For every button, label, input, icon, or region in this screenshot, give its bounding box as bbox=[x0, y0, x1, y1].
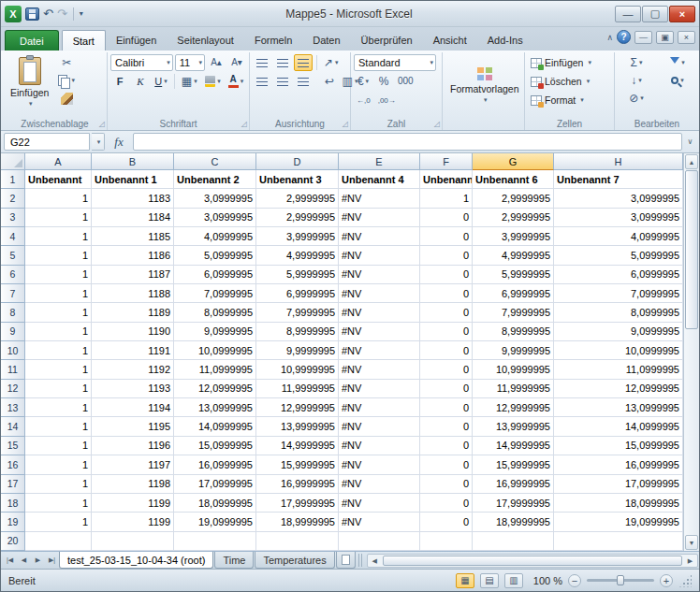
vertical-scrollbar[interactable]: ▲ ▼ bbox=[683, 153, 699, 551]
cell-G16[interactable]: 15,9999995 bbox=[473, 455, 554, 474]
cell-A13[interactable]: 1 bbox=[25, 398, 92, 417]
cell-H10[interactable]: 10,0999995 bbox=[554, 341, 683, 360]
decrease-decimal-button[interactable]: ,00→ bbox=[375, 92, 399, 108]
tab-einfuegen[interactable]: Einfügen bbox=[106, 30, 167, 51]
cell-B7[interactable]: 1188 bbox=[92, 284, 174, 303]
cell-F3[interactable]: 0 bbox=[420, 209, 473, 227]
cell-H13[interactable]: 13,0999995 bbox=[554, 398, 683, 417]
font-name-combo[interactable]: Calibri▾ bbox=[110, 54, 173, 71]
cell-D14[interactable]: 13,9999995 bbox=[256, 417, 339, 436]
copy-button[interactable]: ▾ bbox=[55, 72, 78, 89]
cell-B1[interactable]: Unbenannt 1 bbox=[92, 170, 174, 189]
format-painter-button[interactable] bbox=[55, 90, 78, 107]
zoom-slider[interactable] bbox=[587, 579, 654, 582]
row-header-1[interactable]: 1 bbox=[1, 170, 25, 189]
font-dialog-launcher[interactable]: ◿ bbox=[241, 121, 247, 128]
column-header-B[interactable]: B bbox=[92, 153, 174, 170]
percent-format-button[interactable]: % bbox=[374, 73, 393, 90]
cell-B5[interactable]: 1186 bbox=[92, 246, 174, 265]
workbook-close-button[interactable]: × bbox=[678, 31, 695, 44]
horizontal-scroll-thumb[interactable] bbox=[383, 556, 682, 566]
cell-C7[interactable]: 7,0999995 bbox=[174, 284, 256, 303]
cell-G7[interactable]: 6,9999995 bbox=[473, 284, 554, 303]
cell-D15[interactable]: 14,9999995 bbox=[256, 437, 339, 455]
wrap-text-button[interactable]: ↩ bbox=[320, 73, 339, 90]
cell-D12[interactable]: 11,9999995 bbox=[256, 380, 339, 398]
align-center-button[interactable] bbox=[273, 73, 292, 90]
cell-F11[interactable]: 0 bbox=[420, 360, 473, 379]
undo-button[interactable]: ↶ bbox=[43, 7, 53, 20]
alignment-dialog-launcher[interactable]: ◿ bbox=[343, 121, 348, 128]
cell-G4[interactable]: 3,9999995 bbox=[473, 227, 554, 246]
cell-G17[interactable]: 16,9999995 bbox=[473, 475, 554, 494]
cell-E9[interactable]: #NV bbox=[339, 323, 420, 341]
fill-button[interactable]: ↓▾ bbox=[618, 72, 655, 89]
column-header-D[interactable]: D bbox=[256, 153, 339, 170]
increase-decimal-button[interactable]: ←,0 bbox=[354, 92, 373, 108]
tab-addins[interactable]: Add-Ins bbox=[477, 30, 533, 51]
tab-daten[interactable]: Daten bbox=[302, 30, 350, 51]
cell-E13[interactable]: #NV bbox=[339, 398, 420, 417]
cell-F16[interactable]: 0 bbox=[420, 455, 473, 474]
cell-E20[interactable] bbox=[339, 532, 420, 551]
cell-B17[interactable]: 1198 bbox=[92, 475, 174, 494]
zoom-level[interactable]: 100 % bbox=[529, 575, 562, 586]
cell-H12[interactable]: 12,0999995 bbox=[554, 380, 683, 398]
next-sheet-button[interactable]: ▶ bbox=[31, 552, 45, 569]
cell-C12[interactable]: 12,0999995 bbox=[174, 380, 256, 398]
cell-E5[interactable]: #NV bbox=[339, 246, 420, 265]
cell-G15[interactable]: 14,9999995 bbox=[473, 437, 554, 455]
column-header-A[interactable]: A bbox=[25, 153, 92, 170]
cell-D17[interactable]: 16,9999995 bbox=[256, 475, 339, 494]
thousands-format-button[interactable]: 000 bbox=[395, 73, 416, 90]
paste-button[interactable]: Einfügen ▾ bbox=[6, 54, 53, 110]
cell-G10[interactable]: 9,9999995 bbox=[473, 341, 554, 360]
cell-G2[interactable]: 2,9999995 bbox=[473, 189, 554, 208]
cell-C14[interactable]: 14,0999995 bbox=[174, 417, 256, 436]
cell-G19[interactable]: 18,9999995 bbox=[473, 513, 554, 531]
row-header-2[interactable]: 2 bbox=[1, 189, 25, 208]
row-header-4[interactable]: 4 bbox=[1, 227, 25, 246]
row-header-20[interactable]: 20 bbox=[1, 532, 25, 551]
cell-B14[interactable]: 1195 bbox=[92, 417, 174, 436]
cell-F2[interactable]: 1 bbox=[420, 189, 473, 208]
insert-cells-button[interactable]: Einfügen▾ bbox=[528, 54, 611, 71]
cell-H3[interactable]: 3,0999995 bbox=[554, 209, 683, 227]
cell-F12[interactable]: 0 bbox=[420, 380, 473, 398]
shrink-font-button[interactable]: A▾ bbox=[227, 54, 246, 71]
row-header-14[interactable]: 14 bbox=[1, 417, 25, 436]
cell-F20[interactable] bbox=[420, 532, 473, 551]
cell-H19[interactable]: 19,0999995 bbox=[554, 513, 683, 531]
file-tab[interactable]: Datei bbox=[5, 30, 59, 51]
cell-G8[interactable]: 7,9999995 bbox=[473, 303, 554, 322]
font-color-button[interactable]: A▾ bbox=[226, 73, 246, 90]
row-header-11[interactable]: 11 bbox=[1, 360, 25, 379]
align-right-button[interactable] bbox=[294, 73, 313, 90]
column-header-F[interactable]: F bbox=[420, 153, 473, 170]
cell-H18[interactable]: 18,0999995 bbox=[554, 494, 683, 513]
tab-formeln[interactable]: Formeln bbox=[244, 30, 302, 51]
cell-G9[interactable]: 8,9999995 bbox=[473, 323, 554, 341]
cell-G12[interactable]: 11,9999995 bbox=[473, 380, 554, 398]
cell-D8[interactable]: 7,9999995 bbox=[256, 303, 339, 322]
expand-formula-bar-icon[interactable]: ∨ bbox=[684, 137, 696, 146]
number-dialog-launcher[interactable]: ◿ bbox=[434, 121, 440, 128]
cell-G20[interactable] bbox=[473, 532, 554, 551]
cell-D11[interactable]: 10,9999995 bbox=[256, 360, 339, 379]
row-header-8[interactable]: 8 bbox=[1, 303, 25, 322]
column-header-H[interactable]: H bbox=[554, 153, 683, 170]
fill-color-button[interactable]: ▾ bbox=[202, 73, 224, 90]
cell-E1[interactable]: Unbenannt 4 bbox=[339, 170, 420, 189]
cell-C6[interactable]: 6,0999995 bbox=[174, 266, 256, 284]
cell-B2[interactable]: 1183 bbox=[92, 189, 174, 208]
horizontal-scrollbar[interactable]: ◀ ▶ bbox=[367, 554, 698, 568]
workbook-restore-button[interactable]: ▣ bbox=[656, 31, 674, 44]
sheet-tab-temperatures[interactable]: Temperatures bbox=[255, 552, 334, 569]
cell-A9[interactable]: 1 bbox=[25, 323, 92, 341]
minimize-button[interactable]: — bbox=[615, 6, 641, 22]
cell-D13[interactable]: 12,9999995 bbox=[256, 398, 339, 417]
cell-A6[interactable]: 1 bbox=[25, 266, 92, 284]
name-box-dropdown[interactable]: ▾ bbox=[92, 133, 105, 151]
align-left-button[interactable] bbox=[253, 73, 271, 90]
cell-C10[interactable]: 10,0999995 bbox=[174, 341, 256, 360]
